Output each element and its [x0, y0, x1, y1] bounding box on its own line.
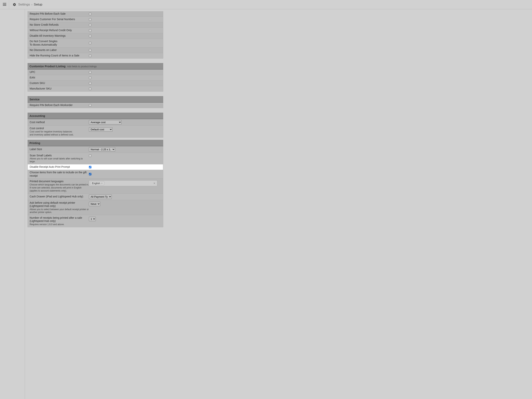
register-section-rows: Require PIN Before Each SaleRequire Cust… [28, 11, 163, 58]
register-checkbox[interactable] [89, 13, 91, 15]
multiselect-doc-languages[interactable]: English × × [89, 180, 157, 186]
section-accounting: Accounting [28, 113, 163, 119]
row-cash-drawer: Cash Drawer (iPad and Lightspeed Hub onl… [28, 194, 163, 200]
product-listing-label: Manufacturer SKU [30, 87, 89, 90]
register-label: Require Customer For Serial Numbers [30, 18, 89, 21]
register-checkbox[interactable] [89, 24, 91, 26]
label-cost-method: Cost method [30, 121, 89, 124]
hamburger-icon [3, 3, 6, 6]
select-label-size[interactable]: Normal - 2.25 x 1.25 [89, 147, 115, 152]
register-checkbox[interactable] [89, 18, 91, 21]
gear-icon [13, 3, 16, 6]
section-subtitle: Add fields to product listings [67, 65, 97, 68]
row-scan-small-labels: Scan Small Labels Allows you to still sc… [28, 153, 163, 165]
chevron-right-icon: › [31, 3, 32, 6]
product-listing-checkbox[interactable] [89, 76, 91, 79]
row-disable-auto-print-prompt: Disable Receipt Auto Print Prompt [28, 164, 163, 170]
product-listing-row: Custom SKU [28, 81, 163, 86]
label-cost-control: Cost control Cost used for negative inve… [30, 127, 89, 136]
section-title: Printing [29, 141, 40, 145]
section-printing: Printing [28, 140, 163, 146]
register-checkbox[interactable] [89, 49, 91, 51]
checkbox-scan-small[interactable] [89, 154, 91, 157]
product-listing-row: Manufacturer SKU [28, 86, 163, 92]
product-listing-label: Custom SKU [30, 82, 89, 85]
clear-all-icon[interactable]: × [153, 182, 156, 185]
register-checkbox[interactable] [89, 42, 91, 44]
settings-form: Require PIN Before Each SaleRequire Cust… [25, 9, 166, 399]
product-listing-label: EAN [30, 76, 89, 79]
section-service: Service [28, 96, 163, 103]
left-rail [0, 9, 25, 399]
row-cost-method: Cost method Average cost [28, 119, 163, 126]
breadcrumb: Settings › Setup [18, 3, 42, 6]
register-row: Do Not Convert SinglesTo Boxes Automatic… [28, 39, 163, 48]
register-checkbox[interactable] [89, 29, 91, 32]
section-customize-product-listing: Customize Product Listing Add fields to … [28, 63, 163, 70]
product-listing-checkbox[interactable] [89, 88, 91, 90]
product-listing-rows: UPCEANCustom SKUManufacturer SKU [28, 70, 163, 92]
checkbox-disable-auto-print[interactable] [89, 166, 91, 168]
service-row: Require PIN Before Each Workorder [28, 103, 163, 108]
register-checkbox[interactable] [89, 35, 91, 37]
select-cost-method[interactable]: Average cost [89, 120, 122, 124]
remove-tag-icon[interactable]: × [101, 182, 103, 185]
service-rows: Require PIN Before Each Workorder [28, 103, 163, 108]
label-label-size: Label Size [30, 148, 89, 151]
register-row: No Store Credit Refunds [28, 22, 163, 28]
language-tag[interactable]: English × [90, 181, 104, 185]
register-label: Require PIN Before Each Sale [30, 12, 89, 16]
service-label: Require PIN Before Each Workorder [30, 104, 89, 107]
breadcrumb-current: Setup [34, 3, 42, 6]
label-gift-receipt-items: Choose items from the sale to include on… [30, 171, 89, 177]
select-cash-drawer[interactable]: All Payment Types [89, 195, 112, 199]
label-doc-languages: Printed document languages Choose which … [30, 180, 89, 192]
register-label: Disable All Inventory Warnings [30, 34, 89, 38]
register-checkbox[interactable] [89, 55, 91, 57]
product-listing-checkbox[interactable] [89, 71, 91, 74]
select-cost-control[interactable]: Default cost [89, 127, 113, 132]
select-num-receipts[interactable]: 1 [89, 217, 96, 221]
register-label: Hide the Running Count of Items in a Sal… [30, 54, 89, 57]
label-scan-small: Scan Small Labels Allows you to still sc… [30, 154, 89, 163]
breadcrumb-root[interactable]: Settings [18, 3, 30, 6]
register-row: Disable All Inventory Warnings [28, 33, 163, 39]
label-num-receipts: Number of receipts being printed after a… [30, 216, 89, 226]
register-label: No Discounts on Labor [30, 48, 89, 52]
label-disable-auto-print: Disable Receipt Auto Print Prompt [30, 165, 89, 169]
checkbox-gift-receipt-items[interactable] [89, 173, 91, 175]
register-row: Require PIN Before Each Sale [28, 11, 163, 17]
row-gift-receipt-items: Choose items from the sale to include on… [28, 170, 163, 179]
row-num-receipts: Number of receipts being printed after a… [28, 215, 163, 227]
section-title: Service [29, 98, 39, 101]
row-cost-control: Cost control Cost used for negative inve… [28, 126, 163, 138]
label-ask-default-printer: Ask before using default receipt printer… [30, 201, 89, 214]
register-row: Hide the Running Count of Items in a Sal… [28, 53, 163, 58]
row-doc-languages: Printed document languages Choose which … [28, 179, 163, 194]
row-ask-default-printer: Ask before using default receipt printer… [28, 200, 163, 215]
product-listing-checkbox[interactable] [89, 82, 91, 85]
register-label: No Store Credit Refunds [30, 23, 89, 27]
service-checkbox[interactable] [89, 104, 91, 107]
topbar: Settings › Setup [0, 0, 532, 9]
register-label: Do Not Convert SinglesTo Boxes Automatic… [30, 40, 89, 46]
section-title: Customize Product Listing [29, 65, 66, 68]
product-listing-row: UPC [28, 70, 163, 75]
register-row: Without Receipt Refund Credit Only [28, 28, 163, 33]
menu-button[interactable] [0, 0, 9, 9]
label-cash-drawer: Cash Drawer (iPad and Lightspeed Hub onl… [30, 195, 89, 198]
section-title: Accounting [29, 114, 45, 117]
product-listing-label: UPC [30, 70, 89, 74]
register-row: Require Customer For Serial Numbers [28, 17, 163, 22]
register-label: Without Receipt Refund Credit Only [30, 29, 89, 32]
select-ask-default-printer[interactable]: Never [89, 202, 100, 206]
row-label-size: Label Size Normal - 2.25 x 1.25 [28, 146, 163, 153]
register-row: No Discounts on Labor [28, 48, 163, 53]
product-listing-row: EAN [28, 75, 163, 81]
printing-rows: Label Size Normal - 2.25 x 1.25 Scan Sma… [28, 146, 163, 227]
accounting-rows: Cost method Average cost Cost control Co… [28, 119, 163, 138]
